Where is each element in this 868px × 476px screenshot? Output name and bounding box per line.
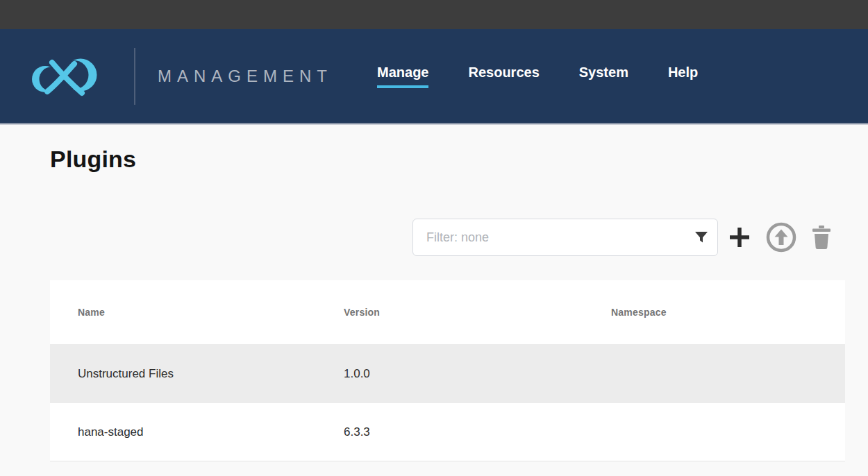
delete-plugin-button[interactable] bbox=[810, 225, 833, 250]
add-plugin-button[interactable] bbox=[727, 225, 752, 250]
toolbar bbox=[0, 219, 868, 256]
app-header: MANAGEMENT Manage Resources System Help bbox=[0, 29, 868, 124]
delphix-logo-icon[interactable] bbox=[31, 48, 97, 105]
column-header-name: Name bbox=[78, 307, 344, 318]
main-nav: Manage Resources System Help bbox=[377, 65, 698, 88]
header-divider bbox=[134, 48, 135, 105]
filter-field bbox=[412, 219, 718, 256]
page-title: Plugins bbox=[50, 145, 868, 173]
table-row-unstructured-files[interactable]: Unstructured Files 1.0.0 bbox=[50, 344, 845, 403]
cell-name: Unstructured Files bbox=[78, 367, 344, 381]
plus-icon bbox=[728, 226, 751, 249]
content-area: Plugins bbox=[0, 145, 868, 461]
upload-plugin-button[interactable] bbox=[766, 222, 796, 253]
trash-icon bbox=[811, 226, 832, 249]
cell-version: 6.3.3 bbox=[344, 425, 611, 439]
column-header-version: Version bbox=[344, 307, 611, 318]
nav-item-manage[interactable]: Manage bbox=[377, 65, 428, 88]
nav-item-resources[interactable]: Resources bbox=[468, 65, 539, 88]
nav-item-system[interactable]: System bbox=[579, 65, 628, 88]
browser-chrome-bar bbox=[0, 0, 868, 29]
column-header-namespace: Namespace bbox=[611, 307, 845, 318]
plugins-table: Name Version Namespace Unstructured File… bbox=[50, 280, 845, 461]
table-header-row: Name Version Namespace bbox=[50, 280, 845, 344]
brand-title: MANAGEMENT bbox=[158, 67, 333, 86]
circle-up-arrow-icon bbox=[766, 222, 796, 253]
table-row-hana-staged[interactable]: hana-staged 6.3.3 bbox=[50, 403, 845, 461]
cell-version: 1.0.0 bbox=[344, 367, 611, 381]
cell-name: hana-staged bbox=[78, 425, 344, 439]
filter-input[interactable] bbox=[412, 219, 718, 256]
nav-item-help[interactable]: Help bbox=[668, 65, 698, 88]
funnel-icon[interactable] bbox=[694, 231, 708, 244]
